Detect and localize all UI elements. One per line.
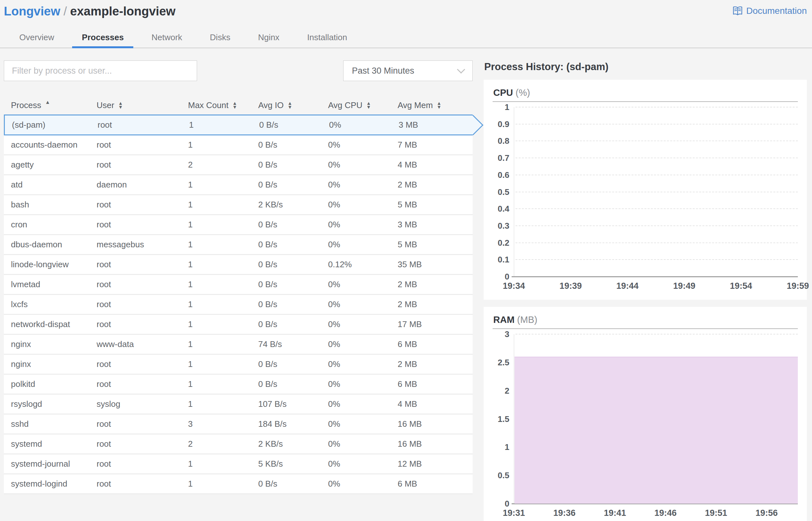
breadcrumb-separator: / <box>60 4 70 18</box>
ram-x-tick-label: 19:56 <box>755 508 777 518</box>
table-cell: 4 MB <box>398 160 473 170</box>
table-header-row: Process▲User▲▼Max Count▲▼Avg IO▲▼Avg CPU… <box>4 96 473 114</box>
table-row[interactable]: accounts-daemonroot10 B/s0%7 MB <box>4 135 473 155</box>
table-cell: 1 <box>188 220 258 230</box>
tab-installation[interactable]: Installation <box>298 28 357 48</box>
process-filter-input[interactable] <box>4 61 197 81</box>
tab-processes[interactable]: Processes <box>72 28 133 48</box>
table-row[interactable]: (sd-pam)root10 B/s0%3 MB <box>4 114 473 135</box>
ram-divider <box>493 329 798 329</box>
table-cell: 1 <box>188 459 258 469</box>
ram-x-tick-label: 19:46 <box>654 508 677 518</box>
cpu-y-tick-label: 0.5 <box>498 187 509 197</box>
table-row[interactable]: nginxwww-data174 B/s0%6 MB <box>4 335 473 355</box>
sort-toggle-icon: ▲▼ <box>287 101 292 109</box>
table-cell: 0% <box>328 180 398 190</box>
table-row[interactable]: atddaemon10 B/s0%2 MB <box>4 175 473 195</box>
table-cell: 2 MB <box>398 180 473 190</box>
cpu-y-tick-label: 0.9 <box>498 119 509 129</box>
column-header-max-count[interactable]: Max Count▲▼ <box>188 100 258 110</box>
tab-overview[interactable]: Overview <box>10 28 64 48</box>
table-cell: 1 <box>188 180 258 190</box>
cpu-y-tick-label: 0.6 <box>498 170 509 180</box>
table-row[interactable]: networkd-dispatroot10 B/s0%17 MB <box>4 315 473 335</box>
table-cell: 1 <box>188 259 258 270</box>
table-cell: 0% <box>328 479 398 489</box>
ram-y-tick-label: 0 <box>505 499 509 509</box>
table-cell: 0% <box>328 399 398 409</box>
table-cell: root <box>97 140 188 150</box>
cpu-y-tick-label: 0.2 <box>498 238 509 248</box>
column-header-avg-mem[interactable]: Avg Mem▲▼ <box>398 100 473 110</box>
table-row[interactable]: agettyroot20 B/s0%4 MB <box>4 155 473 175</box>
table-cell: nginx <box>4 339 97 349</box>
table-row[interactable]: systemd-logindroot10 B/s0%6 MB <box>4 474 473 494</box>
table-row[interactable]: nginxroot10 B/s0%2 MB <box>4 355 473 375</box>
cpu-y-tick-label: 0.4 <box>498 204 509 214</box>
cpu-y-tick-label: 1 <box>505 102 509 112</box>
table-row[interactable]: systemd-journalroot15 KB/s0%12 MB <box>4 454 473 474</box>
table-cell: 0% <box>328 240 398 250</box>
column-header-process[interactable]: Process▲ <box>4 100 97 110</box>
table-cell: 35 MB <box>398 259 473 270</box>
column-header-avg-io[interactable]: Avg IO▲▼ <box>258 100 328 110</box>
table-row[interactable]: dbus-daemonmessagebus10 B/s0%5 MB <box>4 235 473 255</box>
page-title: example-longview <box>70 4 175 18</box>
table-cell: 0 B/s <box>258 220 328 230</box>
cpu-x-axis: 19:3419:3919:4419:4919:5419:59 <box>514 281 798 296</box>
table-row[interactable]: linode-longviewroot10 B/s0.12%35 MB <box>4 255 473 275</box>
table-cell: root <box>97 220 188 230</box>
table-cell: root <box>97 160 188 170</box>
table-cell: 5 MB <box>398 240 473 250</box>
table-cell: 12 MB <box>398 459 473 469</box>
ram-x-tick-label: 19:51 <box>705 508 727 518</box>
table-cell: 2 MB <box>398 359 473 369</box>
table-cell: 0% <box>328 140 398 150</box>
table-cell: root <box>97 479 188 489</box>
ram-chart-title: RAM <box>493 315 514 325</box>
table-cell: 1 <box>188 399 258 409</box>
table-row[interactable]: rsyslogdsyslog1107 B/s0%4 MB <box>4 394 473 414</box>
breadcrumb-longview-link[interactable]: Longview <box>4 4 60 18</box>
tab-nginx[interactable]: Nginx <box>248 28 289 48</box>
table-cell: 0 B/s <box>258 259 328 270</box>
time-range-select[interactable]: Past 30 Minutes <box>343 61 473 81</box>
ram-y-tick-label: 1.5 <box>498 414 509 424</box>
table-cell: 7 MB <box>398 140 473 150</box>
ram-x-tick-label: 19:31 <box>503 508 525 518</box>
table-row[interactable]: lxcfsroot10 B/s0%2 MB <box>4 295 473 315</box>
table-cell: 2 MB <box>398 299 473 309</box>
sort-toggle-icon: ▲▼ <box>118 101 123 109</box>
table-cell: 0% <box>328 359 398 369</box>
tab-network[interactable]: Network <box>142 28 192 48</box>
table-cell: rsyslogd <box>4 399 97 409</box>
documentation-link[interactable]: Documentation <box>731 6 807 16</box>
table-cell: 0% <box>328 220 398 230</box>
ram-chart-heading: RAM (MB) <box>493 315 798 325</box>
table-row[interactable]: bashroot12 KB/s0%5 MB <box>4 195 473 215</box>
table-row[interactable]: cronroot10 B/s0%3 MB <box>4 215 473 235</box>
table-row[interactable]: sshdroot3184 B/s0%16 MB <box>4 414 473 434</box>
tab-disks[interactable]: Disks <box>200 28 240 48</box>
column-header-user[interactable]: User▲▼ <box>97 100 188 110</box>
ram-chart: 32.521.510.5019:3119:3619:4119:4619:5119… <box>493 334 798 521</box>
table-cell: 0% <box>328 319 398 329</box>
column-label: Avg Mem <box>398 100 433 110</box>
column-header-avg-cpu[interactable]: Avg CPU▲▼ <box>328 100 398 110</box>
cpu-y-tick-label: 0 <box>505 272 509 282</box>
ram-gridline <box>515 334 798 335</box>
cpu-x-tick-label: 19:34 <box>503 281 525 291</box>
table-cell: 0 B/s <box>258 379 328 389</box>
table-row[interactable]: systemdroot22 KB/s0%16 MB <box>4 434 473 454</box>
ram-chart-card: RAM (MB)32.521.510.5019:3119:3619:4119:4… <box>484 307 807 521</box>
column-label: User <box>97 100 114 110</box>
ram-area-series <box>514 357 798 504</box>
table-cell: root <box>97 419 188 429</box>
cpu-chart-heading: CPU (%) <box>493 88 798 98</box>
table-row[interactable]: polkitdroot10 B/s0%6 MB <box>4 375 473 394</box>
table-cell: 0 B/s <box>258 299 328 309</box>
table-cell: 2 <box>188 439 258 449</box>
table-cell: root <box>98 120 189 130</box>
table-row[interactable]: lvmetadroot10 B/s0%2 MB <box>4 275 473 295</box>
table-cell: 0% <box>328 200 398 210</box>
